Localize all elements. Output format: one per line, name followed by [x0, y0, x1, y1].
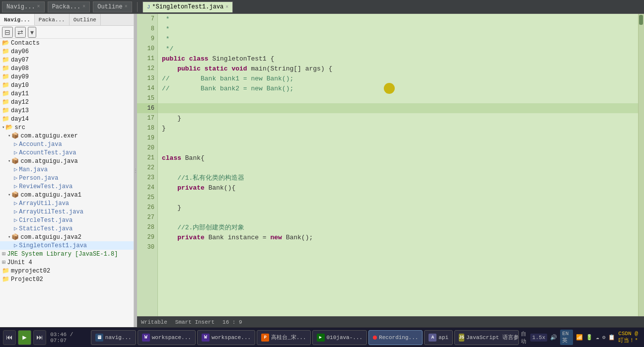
- link-editor-btn[interactable]: ⇄: [15, 27, 26, 38]
- tree-item-day13[interactable]: 📁day13: [0, 106, 134, 115]
- tree-item-contacts[interactable]: 📂Contacts: [0, 39, 134, 47]
- tree-item-day12[interactable]: 📁day12: [0, 98, 134, 106]
- tree-item-arrayutiltest[interactable]: ▷ ArrayUtilTest.java: [0, 208, 134, 216]
- sidebar-tab-packa[interactable]: Packa...: [35, 14, 70, 25]
- tree-item-day08[interactable]: 📁day08: [0, 64, 134, 72]
- status-insert: Smart Insert: [175, 319, 215, 325]
- network-icon[interactable]: 📶: [576, 334, 583, 341]
- taskbar-apps: 🖥 navig... W workspace... W workspace...…: [91, 330, 519, 345]
- tree-item-accounttest[interactable]: ▷ AccountTest.java: [0, 148, 134, 157]
- code-line-29: private Bank instance = new Bank();: [158, 232, 638, 242]
- next-btn[interactable]: ⏭: [33, 330, 46, 345]
- tab-close-navig[interactable]: ×: [37, 4, 40, 9]
- tree-item-statictest[interactable]: ▷ StaticTest.java: [0, 224, 134, 233]
- cursor-marker: [384, 83, 395, 94]
- recording-label: Recording...: [379, 335, 418, 341]
- taskbar-app-api[interactable]: A api: [424, 330, 453, 345]
- code-line-22: [158, 163, 638, 173]
- tab-close-packa[interactable]: ×: [82, 4, 85, 9]
- line-numbers: 7 8 9 10 11 12 13 14 15 16 17 18 19 20: [137, 14, 158, 316]
- code-line-14: // Bank bank2 = new Bank();: [158, 83, 638, 93]
- code-line-18: }: [158, 123, 638, 133]
- tree-item-person[interactable]: ▷ Person.java: [0, 174, 134, 182]
- tree-item-day14[interactable]: 📁day14: [0, 115, 134, 123]
- app-icon-ppt: P: [261, 334, 269, 342]
- play-btn[interactable]: ▶: [18, 330, 31, 345]
- taskbar-app-workspace1[interactable]: W workspace...: [138, 330, 196, 345]
- tree-item-src[interactable]: ▾📂src: [0, 123, 134, 132]
- code-line-30: [158, 242, 638, 252]
- tree-item-day09[interactable]: 📁day09: [0, 72, 134, 81]
- taskbar-app-js[interactable]: JS JavaScript 语言参考...: [454, 330, 519, 345]
- taskbar-app-workspace2[interactable]: W workspace...: [197, 330, 255, 345]
- cloud-icon[interactable]: ☁: [596, 334, 599, 341]
- code-editor[interactable]: 7 8 9 10 11 12 13 14 15 16 17 18 19 20: [137, 14, 644, 316]
- menu-btn[interactable]: ▾: [28, 27, 36, 38]
- code-line-27: [158, 212, 638, 222]
- tree-item-myproject02[interactable]: 📁 myproject02: [0, 267, 134, 275]
- code-line-8: *: [158, 24, 638, 34]
- code-line-12: public static void main(String[] args) {: [158, 64, 638, 73]
- tab-close-outline[interactable]: ×: [125, 4, 128, 9]
- status-writable: Writable: [141, 319, 167, 325]
- singleton-tab-icon: J: [147, 4, 150, 10]
- taskbar: ⏮ ▶ ⏭ 03:46 / 07:07 🖥 navig... W workspa…: [0, 327, 644, 347]
- status-bar: Writable Smart Insert 16 : 9: [137, 316, 644, 327]
- tree-item-singletontest1[interactable]: ▷ SingletonTest1.java: [0, 241, 134, 250]
- tree-item-project02[interactable]: 📁 Project02: [0, 275, 134, 283]
- sidebar-tabs: Navig... Packa... Outline: [0, 14, 134, 26]
- tree-item-day10[interactable]: 📁day10: [0, 81, 134, 89]
- code-line-15: [158, 93, 638, 103]
- tree-item-circletest[interactable]: ▷ CircleTest.java: [0, 216, 134, 224]
- tab-close-singleton[interactable]: ×: [225, 4, 228, 10]
- tree-item-day07[interactable]: 📁day07: [0, 56, 134, 64]
- tree-item-reviewtest[interactable]: ▷ ReviewTest.java: [0, 182, 134, 191]
- csdn-label: CSDN @叮当！*: [618, 331, 641, 344]
- app-icon-api: A: [429, 334, 436, 342]
- tree-item-jre[interactable]: ⊞ JRE System Library [JavaSE-1.8]: [0, 250, 134, 258]
- taskbar-app-ppt[interactable]: P 高桂台_宋...: [257, 330, 310, 345]
- app-icon-navig: 🖥: [95, 334, 103, 342]
- lang-icon[interactable]: EN 英: [560, 330, 573, 345]
- sidebar-tab-outline[interactable]: Outline: [70, 14, 101, 25]
- tab-outline[interactable]: Outline ×: [93, 1, 132, 12]
- clipboard-icon[interactable]: 📋: [608, 334, 615, 341]
- tab-packa[interactable]: Packa... ×: [48, 1, 90, 12]
- tree-item-day06[interactable]: 📁day06: [0, 47, 134, 56]
- settings-icon[interactable]: ⚙: [602, 334, 606, 341]
- code-line-23: //1.私有化类的构造器: [158, 173, 638, 183]
- tree-item-pkg-java2[interactable]: ▾📦com.atguigu.java2: [0, 233, 134, 241]
- collapse-btn[interactable]: ⊟: [2, 27, 13, 38]
- tree-item-junit4[interactable]: ⊞ JUnit 4: [0, 258, 134, 267]
- code-line-7: *: [158, 14, 638, 24]
- tree-item-pkg-java[interactable]: ▾📦com.atguigu.java: [0, 157, 134, 165]
- tree-item-man[interactable]: ▷ Man.java: [0, 165, 134, 174]
- tree-item-pkg-java1[interactable]: ▾📦com.atguigu.java1: [0, 191, 134, 199]
- editor-tab-bar: Navig... × Packa... × Outline × J *Singl…: [0, 0, 644, 14]
- tree-item-account[interactable]: ▷ Account.java: [0, 140, 134, 148]
- volume-icon[interactable]: 🔊: [550, 334, 557, 341]
- code-line-28: //2.内部创建类的对象: [158, 222, 638, 232]
- tree-item-pkg-exer[interactable]: ▾📦com.atguigu.exer: [0, 132, 134, 140]
- code-line-10: */: [158, 44, 638, 54]
- app-icon-010java: ▶: [317, 334, 325, 342]
- code-line-24: private Bank(){: [158, 183, 638, 193]
- prev-btn[interactable]: ⏮: [3, 330, 16, 345]
- tree-item-day11[interactable]: 📁day11: [0, 89, 134, 98]
- code-lines: * * * */ public class SingletonTest1 { p…: [158, 14, 638, 316]
- taskbar-app-recording[interactable]: Recording...: [368, 330, 423, 345]
- sidebar-tab-navig[interactable]: Navig...: [0, 14, 35, 25]
- code-line-25: [158, 193, 638, 203]
- code-line-13: // Bank bank1 = new Bank();: [158, 73, 638, 83]
- tree-item-arrayutil[interactable]: ▷ ArrayUtil.java: [0, 199, 134, 208]
- zoom-level[interactable]: 1.5x: [530, 334, 547, 342]
- taskbar-app-010java[interactable]: ▶ 010java-...: [312, 330, 367, 345]
- recording-dot: [373, 336, 377, 340]
- tab-navig[interactable]: Navig... ×: [2, 1, 45, 12]
- app-icon-workspace2: W: [202, 334, 210, 342]
- taskbar-app-navig[interactable]: 🖥 navig...: [91, 330, 136, 345]
- vertical-scrollbar[interactable]: [638, 14, 644, 316]
- battery-icon[interactable]: 🔋: [586, 334, 593, 341]
- code-line-21: class Bank{: [158, 153, 638, 163]
- tab-singleton[interactable]: J *SingletonTest1.java ×: [143, 1, 233, 12]
